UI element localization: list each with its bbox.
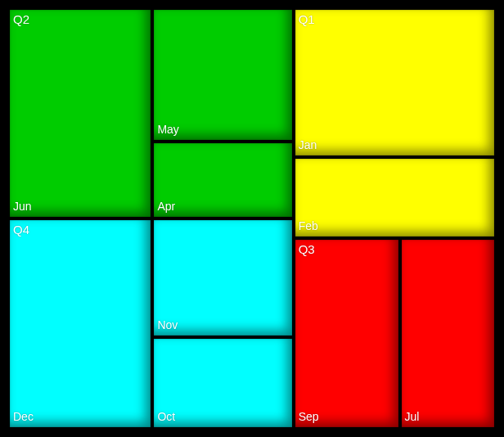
treemap-cell-sep[interactable]: Sep <box>295 240 398 427</box>
leaf-label-sep: Sep <box>299 411 319 422</box>
treemap-cell-oct[interactable]: Oct <box>154 339 291 427</box>
treemap-cell-dec[interactable]: Dec <box>10 220 151 427</box>
treemap-cell-apr[interactable]: Apr <box>154 143 291 217</box>
leaf-label-jun: Jun <box>13 200 32 212</box>
leaf-label-may: May <box>157 124 178 135</box>
treemap-cell-jun[interactable]: Jun <box>10 10 151 217</box>
leaf-label-nov: Nov <box>157 319 178 331</box>
treemap-cell-jul[interactable]: Jul <box>402 240 494 427</box>
leaf-label-feb: Feb <box>299 220 318 232</box>
treemap-cell-feb[interactable]: Feb <box>295 159 494 236</box>
treemap-plot: JanFebJunMayAprSepJulDecNovOctQ1Q2Q3Q4 <box>8 8 496 429</box>
leaf-label-apr: Apr <box>157 200 175 212</box>
treemap-cell-may[interactable]: May <box>154 10 291 140</box>
leaf-label-jan: Jan <box>299 139 317 151</box>
leaf-label-dec: Dec <box>13 411 34 422</box>
leaf-label-jul: Jul <box>405 411 420 422</box>
treemap-frame: JanFebJunMayAprSepJulDecNovOctQ1Q2Q3Q4 <box>0 0 504 437</box>
treemap-cell-nov[interactable]: Nov <box>154 220 291 336</box>
treemap-cell-jan[interactable]: Jan <box>295 10 494 155</box>
leaf-label-oct: Oct <box>157 411 175 422</box>
